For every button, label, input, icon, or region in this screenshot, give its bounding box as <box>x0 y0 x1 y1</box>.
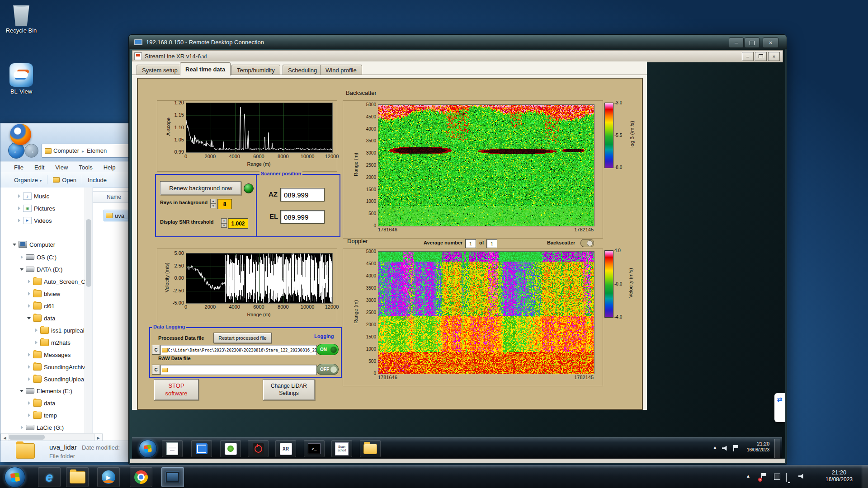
raw-file-path-field[interactable] <box>160 365 317 375</box>
change-lidar-settings-button[interactable]: Change LiDAR Settings <box>263 379 315 400</box>
remote-green-app-button[interactable] <box>220 440 241 457</box>
chevron-right-icon[interactable] <box>27 291 32 296</box>
tab-wind-profile[interactable]: Wind profile <box>320 65 362 75</box>
remote-terminal-app-button[interactable]: >_ <box>304 440 325 457</box>
menu-view[interactable]: View <box>55 164 68 171</box>
remote-grid-app-button[interactable] <box>191 440 212 457</box>
az-value-field[interactable]: 089.999 <box>280 188 325 202</box>
chevron-right-icon[interactable] <box>34 340 39 345</box>
menu-file[interactable]: File <box>14 164 24 171</box>
chevron-right-icon[interactable] <box>17 218 22 223</box>
volume-icon[interactable] <box>798 474 805 479</box>
chevron-right-icon[interactable] <box>27 303 32 309</box>
sidebar-item-data[interactable]: data <box>0 312 111 324</box>
remote-clock[interactable]: 21:20 16/08/2023 <box>741 441 769 453</box>
maximize-button[interactable] <box>745 38 760 48</box>
scrollbar-thumb[interactable] <box>86 219 91 287</box>
chevron-right-icon[interactable] <box>17 206 22 211</box>
remote-hidden-icons-button[interactable]: ▲ <box>713 445 717 450</box>
tab-temp-humidity[interactable]: Temp/humidity <box>231 65 280 75</box>
tab-system-setup[interactable]: System setup <box>137 65 183 75</box>
menu-help[interactable]: Help <box>104 164 116 171</box>
taskbar-media-player-button[interactable]: ▶ <box>97 467 120 487</box>
remote-start-button[interactable] <box>139 440 157 458</box>
backscatter-toggle[interactable] <box>580 239 594 247</box>
hidden-icons-button[interactable]: ▲ <box>746 474 750 479</box>
clock[interactable]: 21:20 16/08/2023 <box>817 469 861 483</box>
chevron-right-icon[interactable] <box>34 328 39 333</box>
chevron-right-icon[interactable] <box>27 413 32 418</box>
labview-restore-button[interactable] <box>755 52 767 61</box>
remote-volume-icon[interactable] <box>722 446 728 451</box>
open-button[interactable]: Open <box>62 177 76 183</box>
sidebar-item-blview[interactable]: blview <box>0 288 111 300</box>
rdp-titlebar[interactable]: 192.168.0.150 - Remote Desktop Connectio… <box>129 35 787 49</box>
chevron-right-icon[interactable] <box>27 376 32 382</box>
chevron-down-icon[interactable] <box>19 388 25 394</box>
teamviewer-panel-handle[interactable]: ⇄ <box>774 393 785 422</box>
restart-processed-file-button[interactable]: Restart processed file <box>213 333 272 343</box>
labview-minimize-button[interactable]: – <box>742 52 754 61</box>
remote-power-app-button[interactable] <box>248 440 269 457</box>
remote-folder-app-button[interactable] <box>360 440 381 457</box>
processed-logging-toggle[interactable]: ON <box>316 344 339 355</box>
breadcrumb-elements[interactable]: Elemen <box>87 147 107 154</box>
labview-titlebar[interactable]: StreamLine XR v14-6.vi – × <box>132 50 783 62</box>
rays-stepper[interactable]: ▲▼ <box>210 199 216 208</box>
processed-file-path-field[interactable]: C:\Lidar\Data\Proc\2023\202308\20230816\… <box>160 345 317 355</box>
sidebar-item-messages[interactable]: Messages <box>0 349 111 361</box>
chevron-right-icon[interactable] <box>27 364 32 370</box>
chevron-right-icon[interactable] <box>27 352 32 357</box>
menu-tools[interactable]: Tools <box>79 164 92 171</box>
include-button[interactable]: Include <box>88 177 107 183</box>
organize-button[interactable]: Organize <box>14 177 42 183</box>
snr-stepper[interactable]: ▲▼ <box>221 218 227 228</box>
chevron-right-icon[interactable] <box>19 425 25 430</box>
chevron-right-icon[interactable] <box>19 254 25 260</box>
sidebar-item-auto-screen[interactable]: Auto_Screen_Ca <box>0 276 111 287</box>
address-bar[interactable]: Computer Elemen <box>42 144 137 158</box>
horizontal-scrollbar[interactable]: ◀ ▶ <box>0 433 103 441</box>
chevron-right-icon[interactable] <box>27 400 32 406</box>
sidebar-item-m2hats[interactable]: m2hats <box>0 337 118 348</box>
close-button[interactable]: × <box>763 38 778 48</box>
taskbar-ie-button[interactable]: e <box>38 467 61 487</box>
taskbar-explorer-button[interactable] <box>66 467 89 487</box>
tab-scheduling[interactable]: Scheduling <box>283 65 322 75</box>
taskbar-rdp-button[interactable] <box>161 467 184 487</box>
average-number-field[interactable]: 1 <box>465 239 476 248</box>
remote-show-desktop-button[interactable] <box>774 439 780 458</box>
show-desktop-button[interactable] <box>862 465 868 488</box>
scrollbar-thumb[interactable] <box>9 435 45 440</box>
chevron-down-icon[interactable] <box>27 315 32 321</box>
el-value-field[interactable]: 089.999 <box>280 210 325 224</box>
sidebar-item-data-e[interactable]: data <box>0 397 111 409</box>
sidebar-item-soundingarchive[interactable]: SoundingArchiv <box>0 361 111 373</box>
bl-view-icon[interactable]: BL-View <box>1 63 42 95</box>
renew-background-button[interactable]: Renew background now <box>160 181 241 195</box>
sidebar-item-iss1[interactable]: iss1-purpleair- <box>0 324 118 336</box>
menu-edit[interactable]: Edit <box>34 164 44 171</box>
firefox-icon[interactable] <box>10 124 31 145</box>
minimize-button[interactable]: – <box>729 38 744 48</box>
sidebar-item-computer[interactable]: Computer <box>0 239 96 250</box>
average-count-field[interactable]: 1 <box>486 239 497 248</box>
labview-close-button[interactable]: × <box>768 52 780 61</box>
chevron-down-icon[interactable] <box>19 267 25 272</box>
chevron-down-icon[interactable] <box>12 242 18 247</box>
recycle-bin-icon[interactable]: Recycle Bin <box>1 3 42 34</box>
forward-button[interactable]: → <box>24 144 38 158</box>
raw-logging-toggle[interactable]: OFF <box>316 364 339 375</box>
chevron-right-icon[interactable] <box>27 279 32 284</box>
stop-software-button[interactable]: STOP software <box>154 379 199 400</box>
start-button[interactable] <box>5 467 25 488</box>
remote-xr-app-button[interactable]: XR <box>275 440 296 457</box>
taskbar-chrome-button[interactable] <box>130 467 152 487</box>
rays-value-field[interactable]: 8 <box>217 199 232 209</box>
sidebar-item-cl61[interactable]: cl61 <box>0 300 111 312</box>
remote-notepad-app-button[interactable] <box>162 440 183 457</box>
tab-real-time-data[interactable]: Real time data <box>180 62 231 75</box>
chevron-right-icon[interactable] <box>17 193 22 199</box>
sidebar-item-soundingupload[interactable]: SoundingUploa <box>0 373 111 385</box>
sidebar-item-temp[interactable]: temp <box>0 409 111 421</box>
